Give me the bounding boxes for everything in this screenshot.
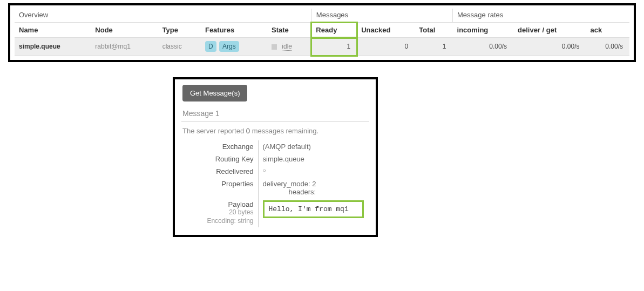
col-deliver[interactable]: deliver / get <box>513 23 586 38</box>
get-messages-button[interactable]: Get Message(s) <box>182 85 247 101</box>
remaining-text: The server reported 0 messages remaining… <box>182 127 368 135</box>
feature-args-badge: Args <box>219 41 239 52</box>
label-redelivered: Redelivered <box>182 165 258 178</box>
prop-delivery-mode-key: delivery_mode: <box>263 180 310 188</box>
remaining-pre: The server reported <box>182 127 246 135</box>
cell-incoming: 0.00/s <box>453 38 513 56</box>
queues-table: Overview Messages Message rates Name Nod… <box>15 9 629 56</box>
group-rates: Message rates <box>453 9 629 23</box>
message-panel: Get Message(s) Message 1 The server repo… <box>173 77 378 237</box>
cell-deliver: 0.00/s <box>513 38 586 56</box>
divider <box>181 121 369 121</box>
label-exchange: Exchange <box>182 140 258 153</box>
cell-unacked: 0 <box>357 38 415 56</box>
col-node[interactable]: Node <box>91 23 158 38</box>
value-routing-key: simple.queue <box>258 153 368 165</box>
cell-state: idle <box>267 38 311 56</box>
col-name[interactable]: Name <box>15 23 91 38</box>
state-indicator-icon <box>272 44 277 50</box>
cell-name[interactable]: simple.queue <box>15 38 91 56</box>
cell-total: 1 <box>415 38 452 56</box>
col-type[interactable]: Type <box>158 23 201 38</box>
message-details: Exchange (AMQP default) Routing Key simp… <box>182 140 368 227</box>
cell-ack: 0.00/s <box>586 38 629 56</box>
payload-content: Hello, I'm from mq1 <box>263 200 364 218</box>
cell-ready: 1 <box>311 38 357 56</box>
state-text: idle <box>282 43 292 51</box>
col-incoming[interactable]: incoming <box>453 23 513 38</box>
remaining-post: messages remaining. <box>250 127 318 135</box>
col-state[interactable]: State <box>267 23 311 38</box>
label-payload: Payload <box>187 200 254 208</box>
group-messages: Messages <box>311 9 452 23</box>
value-properties: delivery_mode: 2 headers: <box>258 178 368 198</box>
feature-durable-badge: D <box>205 41 216 52</box>
col-unacked[interactable]: Unacked <box>357 23 415 38</box>
col-features[interactable]: Features <box>201 23 267 38</box>
prop-headers: headers: <box>289 188 316 196</box>
label-routing-key: Routing Key <box>182 153 258 165</box>
queues-table-container: +/- Overview Messages Message rates Name… <box>8 3 636 62</box>
cell-type: classic <box>158 38 201 56</box>
label-properties: Properties <box>182 178 258 198</box>
col-ack[interactable]: ack <box>586 23 629 38</box>
queue-row[interactable]: simple.queue rabbit@mq1 classic D Args i… <box>15 38 629 56</box>
payload-encoding: Encoding: string <box>207 217 253 225</box>
cell-node: rabbit@mq1 <box>91 38 158 56</box>
prop-delivery-mode-val: 2 <box>312 180 316 188</box>
col-total[interactable]: Total <box>415 23 452 38</box>
value-redelivered: ○ <box>258 165 368 178</box>
remaining-count: 0 <box>246 127 250 135</box>
message-title: Message 1 <box>182 109 368 118</box>
group-overview: Overview <box>15 9 311 23</box>
cell-features: D Args <box>201 38 267 56</box>
col-ready[interactable]: Ready <box>311 23 357 38</box>
payload-size: 20 bytes <box>229 208 253 216</box>
value-exchange: (AMQP default) <box>258 140 368 153</box>
